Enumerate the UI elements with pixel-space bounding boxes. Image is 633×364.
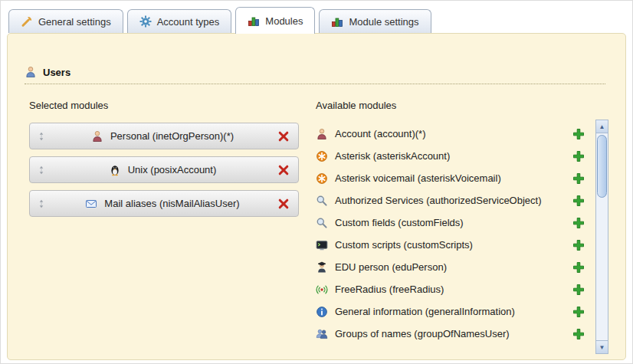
radio-icon [316,284,328,296]
magnifier-icon [316,195,328,207]
module-label: Unix (posixAccount) [128,164,217,175]
terminal-icon [316,239,328,251]
add-module-button[interactable] [572,128,585,140]
scrollbar-track[interactable] [596,133,608,340]
tab-general-settings[interactable]: General settings [8,9,123,33]
add-module-button[interactable] [572,284,585,296]
available-module-row: EDU person (eduPerson) [316,256,595,278]
add-module-button[interactable] [572,172,585,185]
drag-handle-icon[interactable] [37,132,48,141]
scrollbar[interactable]: ▲ ▼ [595,120,608,354]
panel-inner: Users Selected modules Personal (inetOrg… [8,34,625,354]
gear-icon [139,15,152,28]
tab-account-types[interactable]: Account types [127,9,232,33]
available-module-row: Account (account)(*) [316,123,595,145]
penguin-icon [109,164,121,176]
available-module-row: Authorized Services (authorizedServiceOb… [316,189,595,212]
selected-module-row: Unix (posixAccount) [29,156,299,183]
magnifier-icon [316,217,328,229]
available-module-row: Custom fields (customFields) [316,212,595,234]
graduate-icon [316,261,328,274]
selected-modules-heading: Selected modules [29,100,299,111]
tab-label: Account types [157,16,220,28]
drag-handle-icon[interactable] [37,166,48,175]
wrench-icon [21,15,33,28]
tab-modules[interactable]: Modules [235,7,315,34]
tab-bar: General settingsAccount typesModulesModu… [8,7,625,33]
module-label: Account (account)(*) [335,128,426,139]
group-icon [316,328,328,340]
module-label: Custom fields (customFields) [335,217,464,228]
asterisk-icon [316,172,328,185]
module-label: Mail aliases (nisMailAliasUser) [104,198,239,209]
asterisk-icon [316,150,328,162]
module-label: EDU person (eduPerson) [335,261,447,273]
add-module-button[interactable] [572,195,585,207]
available-module-row: Custom scripts (customScripts) [316,234,595,256]
available-module-row: Asterisk voicemail (asteriskVoicemail) [316,167,595,189]
modules-columns: Selected modules Personal (inetOrgPerson… [25,100,608,354]
remove-module-button[interactable] [277,198,291,210]
mail-icon [85,198,97,210]
section-header-users: Users [25,66,605,84]
available-module-row: FreeRadius (freeRadius) [316,278,595,300]
available-modules-column: Available modules Account (account)(*)As… [316,100,608,354]
tab-label: General settings [38,16,111,28]
modules-icon [248,15,260,27]
module-label: General information (generalInformation) [335,306,515,317]
content-panel: Users Selected modules Personal (inetOrg… [7,33,626,360]
available-modules-block: Available modules Account (account)(*)As… [316,100,595,345]
available-modules-list: Account (account)(*)Asterisk (asteriskAc… [316,123,595,345]
module-label: Groups of names (groupOfNamesUser) [335,328,510,339]
module-label: Asterisk voicemail (asteriskVoicemail) [335,172,501,184]
selected-modules-list: Personal (inetOrgPerson)(*)Unix (posixAc… [29,123,299,217]
user-icon [25,66,37,78]
module-label: FreeRadius (freeRadius) [335,284,444,295]
module-label: Personal (inetOrgPerson)(*) [110,130,234,142]
add-module-button[interactable] [572,306,585,318]
add-module-button[interactable] [572,150,585,162]
available-module-row: Asterisk (asteriskAccount) [316,145,595,167]
module-label: Authorized Services (authorizedServiceOb… [335,195,542,206]
scrollbar-thumb[interactable] [597,135,607,198]
person-icon [316,128,328,140]
section-title: Users [43,67,71,78]
add-module-button[interactable] [572,261,585,274]
scrollbar-up-button[interactable]: ▲ [596,120,608,133]
tab-label: Module settings [349,16,418,28]
tab-module-settings[interactable]: Module settings [319,9,431,33]
module-label: Asterisk (asteriskAccount) [335,150,450,162]
add-module-button[interactable] [572,239,585,251]
module-label-group: Personal (inetOrgPerson)(*) [48,130,277,143]
drag-handle-icon[interactable] [37,199,48,208]
scrollbar-down-button[interactable]: ▼ [596,340,608,353]
available-modules-heading: Available modules [316,100,595,111]
available-module-row: Groups of names (groupOfNamesUser) [316,323,595,345]
selected-modules-column: Selected modules Personal (inetOrgPerson… [29,100,299,354]
selected-module-row: Personal (inetOrgPerson)(*) [29,123,299,149]
module-label-group: Mail aliases (nisMailAliasUser) [48,198,277,210]
modules-icon [331,15,343,28]
module-label-group: Unix (posixAccount) [48,164,277,176]
add-module-button[interactable] [572,217,585,229]
info-icon [316,306,328,318]
remove-module-button[interactable] [277,130,291,143]
add-module-button[interactable] [572,328,585,340]
lam-config-window: General settingsAccount typesModulesModu… [0,0,633,364]
tab-label: Modules [265,15,303,27]
selected-module-row: Mail aliases (nisMailAliasUser) [29,190,299,217]
person-icon [91,130,103,143]
module-label: Custom scripts (customScripts) [335,239,473,251]
remove-module-button[interactable] [277,164,291,176]
available-module-row: General information (generalInformation) [316,300,595,323]
